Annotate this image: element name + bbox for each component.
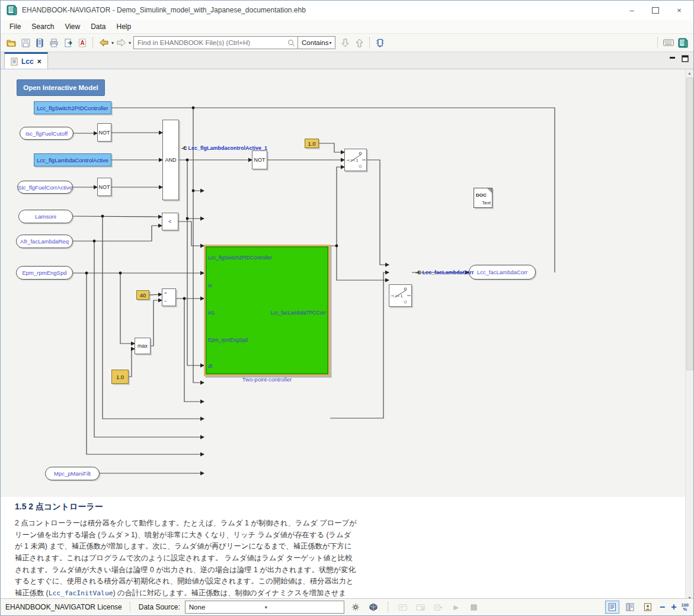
outport-lcc-faclambdacorr[interactable]: Lcc_facLambdaCorr <box>469 265 536 280</box>
inport-isc-flgfuelcutoff[interactable]: Isc_flgFuelCutoff <box>20 127 73 140</box>
and-block[interactable]: AND <box>162 120 179 200</box>
find-input-box[interactable] <box>133 36 298 49</box>
menu-data[interactable]: Data <box>85 21 111 32</box>
play-icon: ▶ <box>450 601 463 613</box>
zoom-out-button[interactable]: − <box>658 602 666 612</box>
zoom-in-button[interactable]: + <box>670 602 677 612</box>
tab-strip: Lcc × <box>1 52 693 69</box>
forward-history-caret[interactable]: ▾ <box>129 40 131 46</box>
signal-label[interactable]: -ЄLcc_facLambdaCorr <box>415 270 474 275</box>
not-block-1[interactable]: NOT <box>97 123 111 142</box>
ehandbook-book-icon[interactable] <box>676 36 690 50</box>
find-next-icon[interactable] <box>338 36 352 50</box>
port-label: dt <box>208 363 212 369</box>
maximize-button[interactable] <box>644 2 667 18</box>
gear-icon[interactable] <box>349 601 362 613</box>
subsystem-two-point-controller[interactable]: Lcc_flgSwitch2PIDControllerinin1Epm_rpmE… <box>204 245 330 376</box>
tab-close-icon[interactable]: × <box>37 57 41 66</box>
zoom-reset-button[interactable]: 100% <box>681 603 689 612</box>
back-arrow-icon[interactable] <box>97 36 111 50</box>
3d-view-icon[interactable] <box>367 601 380 613</box>
inport-lamsoni[interactable]: Lamsoni <box>18 210 73 223</box>
window-title: EHANDBOOK-NAVIGATOR - Demo_Simulink_mode… <box>22 6 620 14</box>
measurement-icon-1 <box>396 601 410 613</box>
menu-view[interactable]: View <box>59 21 85 32</box>
open-folder-icon[interactable] <box>4 36 18 50</box>
const-1-0-top[interactable]: 1.0 <box>305 139 319 148</box>
search-icon <box>287 39 295 47</box>
input-block-lcc-flglambdacontrolactive[interactable]: Lcc_flgLambdaControlActive <box>34 153 111 166</box>
measurement-icon-2 <box>414 601 427 613</box>
app-icon <box>7 5 17 15</box>
toolbar-separator <box>92 37 94 48</box>
notebook-icon[interactable] <box>33 36 47 50</box>
not-block-2[interactable]: NOT <box>97 178 111 196</box>
contains-dropdown[interactable]: Contains ▾ <box>298 36 335 49</box>
folded-corner <box>487 188 492 193</box>
split-view-button[interactable] <box>623 601 637 614</box>
minimize-button[interactable]: – <box>620 2 644 18</box>
port-label: Lcc_facLambdaTPCCorr <box>270 310 326 316</box>
port-label: Epm_rpmEngSpd <box>208 337 248 343</box>
signal-label[interactable]: -ЄLcc_flgLambdacontrolActive_1 <box>181 145 267 151</box>
scroll-down-arrow[interactable]: ▼ <box>686 594 693 598</box>
status-bar: EHANDBOOK_NAVIGATOR License Data Source:… <box>1 598 693 615</box>
minimize-pane-icon[interactable] <box>669 56 676 62</box>
input-block-lcc-flgswitch2pidcontroller[interactable]: Lcc_flgSwitch2PIDController <box>34 101 111 114</box>
keyboard-icon[interactable] <box>661 36 676 50</box>
open-interactive-model-button[interactable]: Open Interactive Model <box>17 79 105 96</box>
scroll-up-arrow[interactable]: ▲ <box>686 69 693 77</box>
find-input[interactable] <box>136 38 287 47</box>
doc-heading: 1.5 2 点コントローラー <box>15 502 686 512</box>
menu-help[interactable]: Help <box>111 21 137 32</box>
contains-label: Contains <box>302 39 328 46</box>
port-label: in <box>208 283 212 288</box>
data-source-select[interactable]: None ▾ <box>185 601 344 614</box>
save-icon[interactable] <box>18 36 33 50</box>
inport-epm-rpmengspd[interactable]: Epm_rpmEngSpd <box>16 266 73 280</box>
statusbar-separator <box>388 602 389 612</box>
menu-search[interactable]: Search <box>26 21 59 32</box>
tab-lcc[interactable]: Lcc × <box>4 52 48 69</box>
switch-block-1[interactable]: ⊣ >= 1 <box>344 149 367 171</box>
const-40[interactable]: 40 <box>136 290 149 300</box>
model-chip-icon[interactable] <box>373 36 388 50</box>
signal-tag-icon: -Є <box>415 270 421 275</box>
not-block-3[interactable]: NOT <box>252 150 267 169</box>
single-page-view-button[interactable] <box>605 601 619 614</box>
vertical-scrollbar[interactable]: ▲ ▼ <box>685 69 693 598</box>
presenter-view-button[interactable] <box>641 601 655 614</box>
scrollbar-thumb[interactable] <box>686 78 693 370</box>
print-icon[interactable] <box>47 36 61 50</box>
maximize-icon <box>652 7 659 14</box>
inport-afr-faclambdareq[interactable]: Afr_facLambdaReq <box>16 235 73 248</box>
max-block[interactable]: max <box>135 338 151 354</box>
divide-block[interactable]: ×÷ <box>162 288 176 306</box>
menu-bar: File Search View Data Help <box>1 20 693 33</box>
document-icon <box>11 57 18 66</box>
port-label: Lcc_flgSwitch2PIDController <box>208 255 272 261</box>
inport-mpc-pmanifilt[interactable]: Mpc_pManiFilt <box>45 467 100 480</box>
doc-paragraph: 2 点コントローラーは積分器を介して動作します。たとえば、ラムダ 1 が制御され… <box>15 518 357 598</box>
export-icon[interactable] <box>61 36 75 50</box>
close-button[interactable]: × <box>667 2 691 18</box>
measurement-icon-3 <box>432 601 445 613</box>
tab-label: Lcc <box>21 57 34 66</box>
switch-block-2[interactable]: ⊣ >= 1 <box>389 284 412 307</box>
pdf-icon[interactable]: A <box>75 36 89 50</box>
port-label: in1 <box>208 310 215 316</box>
subsystem-caption: Two-point-controller <box>194 376 340 383</box>
forward-arrow-icon[interactable] <box>114 36 128 50</box>
doc-text-block[interactable]: DOCText <box>474 188 492 208</box>
inport-stc-flgfuelcorractive[interactable]: Stc_flgFuelCorrActive <box>17 181 73 194</box>
find-previous-icon[interactable] <box>352 36 366 50</box>
menu-file[interactable]: File <box>4 21 26 32</box>
content-area: Open Interactive Model Lcc_flgSwitch2PID… <box>1 69 693 598</box>
app-window: EHANDBOOK-NAVIGATOR - Demo_Simulink_mode… <box>0 0 694 616</box>
const-1-0-bottom[interactable]: 1.0 <box>111 370 129 384</box>
maximize-pane-icon[interactable] <box>682 55 689 62</box>
signal-tag-icon: -Є <box>181 145 187 151</box>
relational-lt-block[interactable]: < <box>162 213 178 230</box>
title-bar: EHANDBOOK-NAVIGATOR - Demo_Simulink_mode… <box>1 1 693 20</box>
data-source-value: None <box>189 604 264 611</box>
